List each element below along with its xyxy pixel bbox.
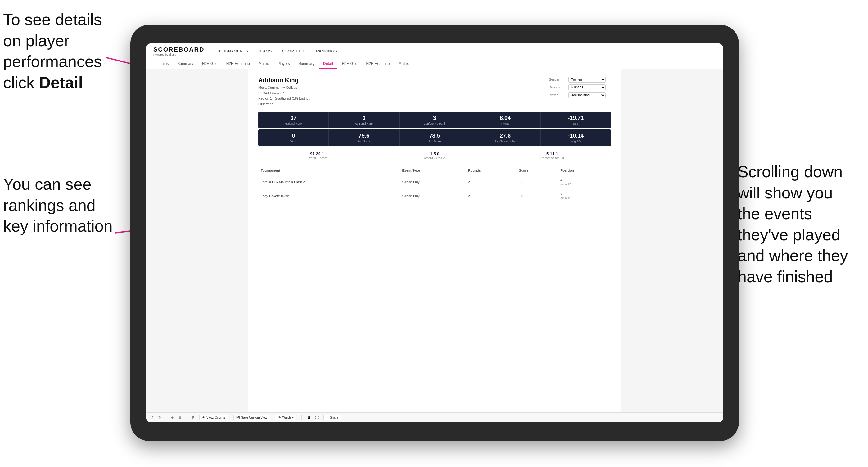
record-label-top25: Record vs top 25 (376, 156, 494, 160)
position-sub-1: out of 20 (560, 183, 571, 186)
event-type-2: Stroke Play (400, 189, 465, 203)
col-tournament: Tournament (258, 166, 400, 175)
stat-label-avg-sg: Avg SG (545, 140, 607, 143)
nav-link-committee[interactable]: COMMITTEE (282, 48, 306, 55)
records-section: 91-20-1 Overall Record 1-5-0 Record vs t… (258, 151, 611, 160)
tab-h2h-heatmap2[interactable]: H2H Heatmap (362, 59, 394, 69)
nav-top: SCOREBOARD Powered by clippd TOURNAMENTS… (153, 46, 716, 59)
logo-sub: Powered by clippd (153, 53, 204, 56)
view-label: View: Original (207, 416, 226, 419)
col-event-type: Event Type (400, 166, 465, 175)
score-1: 17 (516, 175, 558, 189)
stat-value-points: 6.04 (474, 115, 536, 121)
stat-conference-rank: 3 Conference Rank (400, 112, 470, 128)
toolbar-undo-icon[interactable]: ↺ (151, 416, 153, 419)
annotation-line2: rankings and (3, 196, 96, 214)
record-label-top50: Record vs top 50 (493, 156, 611, 160)
watch-icon: 👁 (278, 416, 281, 419)
logo-title: SCOREBOARD (153, 46, 204, 53)
share-icon: ↗ (326, 416, 329, 419)
watch-button[interactable]: 👁 Watch ▾ (275, 414, 297, 421)
stat-points: 6.04 Points (470, 112, 540, 128)
tab-matrix2[interactable]: Matrix (394, 59, 413, 69)
bottom-toolbar: ↺ ↻ ⊕ ⊞ ⏱ 👁 View: Original 💾 Save Custom… (146, 412, 723, 422)
record-top25: 1-5-0 Record vs top 25 (376, 151, 494, 160)
stat-value-sos: -19.71 (545, 115, 607, 121)
table-header: Tournament Event Type Rounds Score Posit… (258, 166, 611, 175)
gender-select[interactable]: Women (568, 77, 606, 83)
player-division: NJCAA Division 1 (258, 91, 309, 96)
toolbar-device-icon[interactable]: 📱 (307, 416, 310, 419)
stat-sos: -19.71 SoS (541, 112, 611, 128)
stat-label-regional: Regional Rank (333, 122, 395, 125)
record-value-top25: 1-5-0 (430, 152, 439, 156)
player-filters: Gender Women Division NJCAA I (549, 77, 611, 98)
toolbar-fit-icon[interactable]: ⊞ (179, 416, 181, 419)
annotation-right-1: Scrolling down (738, 163, 842, 181)
share-button[interactable]: ↗ Share (323, 414, 341, 421)
col-position: Position (558, 166, 611, 175)
record-label-overall: Overall Record (258, 156, 376, 160)
tournament-name-1: Estella CC- Mountain Classic (258, 175, 400, 189)
stat-value-avg-score-par: 27.8 (474, 132, 536, 139)
tab-players[interactable]: Players (273, 59, 294, 69)
division-label: Division (549, 86, 566, 89)
tab-h2h-grid2[interactable]: H2H Grid (337, 59, 362, 69)
tournament-table: Tournament Event Type Rounds Score Posit… (258, 166, 611, 203)
position-1: 4 out of 20 (558, 175, 611, 189)
tab-h2h-grid[interactable]: H2H Grid (198, 59, 222, 69)
nav-links: TOURNAMENTS TEAMS COMMITTEE RANKINGS (217, 48, 337, 55)
stat-avg-score-par: 27.8 Avg Score to Par (470, 129, 540, 146)
view-original-button[interactable]: 👁 View: Original (199, 414, 228, 421)
score-2: 16 (516, 189, 558, 203)
watch-chevron-icon: ▾ (292, 416, 294, 419)
annotation-right-4: they've played (738, 226, 840, 244)
toolbar-expand-icon[interactable]: ⛶ (315, 416, 318, 419)
table-header-row: Tournament Event Type Rounds Score Posit… (258, 166, 611, 175)
player-name: Addison King (258, 77, 309, 84)
tablet-screen: SCOREBOARD Powered by clippd TOURNAMENTS… (146, 43, 723, 422)
annotation-line1: You can see (3, 175, 91, 193)
tab-detail[interactable]: Detail (319, 59, 338, 69)
stat-label-conference: Conference Rank (403, 122, 466, 125)
toolbar-zoom-icon[interactable]: ⊕ (171, 416, 174, 419)
player-select[interactable]: Addison King (568, 92, 606, 98)
player-info: Addison King Mesa Community College NJCA… (258, 77, 309, 107)
stats-grid-row1: 37 National Rank 3 Regional Rank 3 Confe… (258, 112, 611, 128)
stat-label-points: Points (474, 122, 536, 125)
tab-h2h-heatmap[interactable]: H2H Heatmap (222, 59, 254, 69)
division-select[interactable]: NJCAA I (568, 85, 606, 90)
player-school: Mesa Community College (258, 85, 309, 91)
nav-link-rankings[interactable]: RANKINGS (316, 48, 337, 55)
stat-label-avg-score-par: Avg Score to Par (474, 140, 536, 143)
table-body: Estella CC- Mountain Classic Stroke Play… (258, 175, 611, 203)
rounds-2: 2 (466, 189, 517, 203)
save-icon: 💾 (236, 416, 240, 419)
tournament-name-2: Lady Coyote Invite (258, 189, 400, 203)
tab-summary[interactable]: Summary (173, 59, 197, 69)
main-content: Addison King Mesa Community College NJCA… (146, 69, 723, 412)
annotation-right: Scrolling down will show you the events … (738, 161, 862, 287)
stat-value-avg-score: 79.6 (333, 132, 395, 139)
stat-value-avg-sg: -10.14 (545, 132, 607, 139)
nav-link-teams[interactable]: TEAMS (258, 48, 272, 55)
stat-adj-score: 78.5 Adj Score (400, 129, 470, 146)
stat-wins: 0 Wins (258, 129, 329, 146)
nav-link-tournaments[interactable]: TOURNAMENTS (217, 48, 248, 55)
tab-teams[interactable]: Teams (153, 59, 173, 69)
toolbar-redo-icon[interactable]: ↻ (158, 416, 161, 419)
content-inner: Addison King Mesa Community College NJCA… (248, 69, 621, 412)
nav-bar: SCOREBOARD Powered by clippd TOURNAMENTS… (146, 43, 723, 69)
filter-gender-row: Gender Women (549, 77, 611, 83)
stat-national-rank: 37 National Rank (258, 112, 329, 128)
share-label: Share (330, 416, 338, 419)
event-type-1: Stroke Play (400, 175, 465, 189)
save-custom-view-button[interactable]: 💾 Save Custom View (234, 414, 270, 421)
annotation-bold: Detail (39, 73, 83, 92)
stat-value-conference: 3 (403, 115, 466, 121)
stat-label-sos: SoS (545, 122, 607, 125)
tab-matrix[interactable]: Matrix (254, 59, 273, 69)
tab-summary2[interactable]: Summary (294, 59, 318, 69)
stat-avg-score: 79.6 Avg Score (329, 129, 399, 146)
view-icon: 👁 (202, 416, 205, 419)
